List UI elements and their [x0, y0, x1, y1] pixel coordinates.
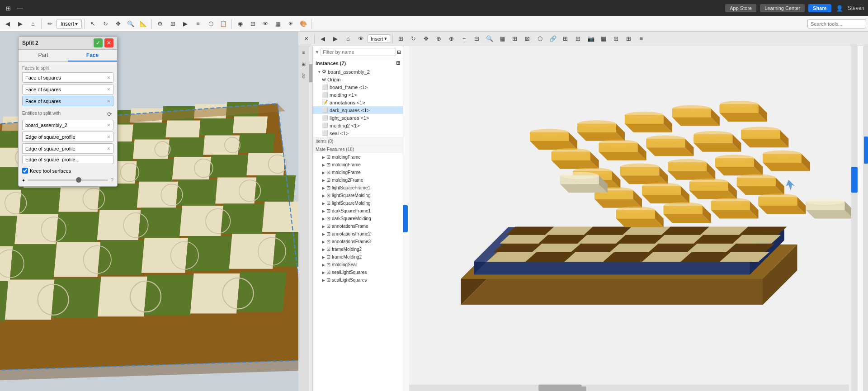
rt-tool2[interactable]: ↻: [408, 33, 420, 45]
minus-icon[interactable]: —: [15, 4, 24, 13]
mate-item-2[interactable]: ▶ ⊡ moldingFrame: [313, 161, 403, 169]
refresh-button[interactable]: ⟳: [105, 110, 113, 118]
display-button[interactable]: ▦: [272, 18, 284, 30]
rt-tool1[interactable]: ⊞: [395, 33, 407, 45]
view-button[interactable]: 👁: [259, 18, 271, 30]
bottom-scroll-handle[interactable]: [541, 386, 586, 391]
rt-tool19[interactable]: ⊞: [623, 33, 635, 45]
mate-item-14[interactable]: ▶ ⊡ frameMolding2: [313, 253, 403, 261]
edge-item-3-remove[interactable]: ×: [107, 145, 110, 152]
share-button[interactable]: Share: [808, 4, 831, 12]
rotate-button[interactable]: ↻: [99, 18, 111, 30]
mate-item-7[interactable]: ▶ ⊡ lightSquareMolding: [313, 199, 403, 207]
mate-item-15[interactable]: ▶ ⊡ moldingSeal: [313, 261, 403, 269]
tree-seal[interactable]: ⬜ seal <1>: [313, 129, 403, 137]
rt-tool7[interactable]: ⊟: [471, 33, 483, 45]
mate-item-4[interactable]: ▶ ⊡ molding2Frame: [313, 176, 403, 184]
edge-item-2[interactable]: Edge of square_profile ×: [22, 132, 113, 142]
rt-tool12[interactable]: ⬡: [534, 33, 546, 45]
mate-item-1[interactable]: ▶ ⊡ moldingFrame: [313, 153, 403, 161]
face-item-2-remove[interactable]: ×: [107, 86, 110, 93]
bom-button[interactable]: 📋: [217, 18, 229, 30]
rt-tool3[interactable]: ✥: [420, 33, 432, 45]
mate-item-9[interactable]: ▶ ⊡ darkSquareMolding: [313, 215, 403, 222]
tree-filter-input[interactable]: [321, 48, 396, 56]
edge-item-1[interactable]: board_assembly_2 ×: [22, 120, 113, 130]
rt-forward-button[interactable]: ▶: [330, 33, 341, 45]
face-item-3[interactable]: Face of squares ×: [22, 96, 113, 106]
mate-item-16[interactable]: ▶ ⊡ sealLightSquares: [313, 269, 403, 276]
tree-origin[interactable]: ⊕ Origin: [313, 75, 403, 83]
rt-tool17[interactable]: ▦: [598, 33, 609, 45]
cancel-button[interactable]: ✕: [104, 38, 113, 47]
sim-button[interactable]: ≡: [192, 18, 204, 30]
edge-item-3[interactable]: Edge of square_profile ×: [22, 143, 113, 154]
learning-center-button[interactable]: Learning Center: [760, 4, 805, 12]
mate-item-17[interactable]: ▶ ⊡ sealLightSquares: [313, 276, 403, 284]
motion-button[interactable]: ▶: [179, 18, 191, 30]
section-button[interactable]: ⊟: [247, 18, 259, 30]
left-scroll-handle[interactable]: [403, 205, 408, 232]
select-button[interactable]: ↖: [87, 18, 99, 30]
mate-item-8[interactable]: ▶ ⊡ darkSquareFrame1: [313, 207, 403, 215]
mate-item-11[interactable]: ▶ ⊡ annotationsFrame2: [313, 230, 403, 238]
rt-tool15[interactable]: ⊞: [572, 33, 584, 45]
rt-insert-menu[interactable]: Insert ▾: [368, 34, 390, 43]
rt-close-button[interactable]: ✕: [300, 33, 312, 45]
mate-item-10[interactable]: ▶ ⊡ annotationsFrame: [313, 222, 403, 230]
rt-tool18[interactable]: ⊞: [610, 33, 622, 45]
edge-item-1-remove[interactable]: ×: [107, 122, 110, 128]
assembly-button[interactable]: ⚙: [154, 18, 166, 30]
rt-view-button[interactable]: 👁: [355, 33, 367, 45]
light-button[interactable]: ☀: [285, 18, 297, 30]
forward-button[interactable]: ▶: [14, 18, 26, 30]
rt-tool13[interactable]: 🔗: [547, 33, 559, 45]
rt-tool9[interactable]: ▦: [496, 33, 508, 45]
tree-molding[interactable]: ⬜ molding <1>: [313, 91, 403, 99]
tree-light-squares[interactable]: ⬜ light_squares <1>: [313, 114, 403, 122]
rt-back-button[interactable]: ◀: [317, 33, 329, 45]
vert-icon-expand[interactable]: ⊞: [299, 60, 308, 69]
keep-surfaces-checkbox[interactable]: [22, 168, 28, 174]
rt-tool4[interactable]: ⊕: [433, 33, 445, 45]
tree-board-assembly[interactable]: ▾ ⚙ board_assembly_2: [313, 68, 403, 75]
mates-button[interactable]: ⊞: [167, 18, 179, 30]
rt-tool6[interactable]: +: [458, 33, 470, 45]
pan-button[interactable]: ✥: [112, 18, 124, 30]
expand-icon[interactable]: ⊞: [397, 49, 401, 55]
search-input[interactable]: [807, 19, 866, 28]
measure-button[interactable]: 📐: [137, 18, 149, 30]
rt-home-button[interactable]: ⌂: [342, 33, 354, 45]
mate-item-3[interactable]: ▶ ⊡ moldingFrame: [313, 169, 403, 176]
slider-thumb[interactable]: [76, 177, 81, 183]
grid-icon[interactable]: ⊞: [4, 4, 13, 13]
tree-molding2[interactable]: ⬜ molding2 <1>: [313, 122, 403, 129]
mate-item-13[interactable]: ▶ ⊡ frameMolding2: [313, 245, 403, 253]
appearance-button[interactable]: 🎨: [297, 18, 309, 30]
explode-button[interactable]: ⬡: [205, 18, 217, 30]
rt-tool14[interactable]: ⊞: [560, 33, 571, 45]
rt-tool10[interactable]: ⊞: [509, 33, 521, 45]
rt-tool11[interactable]: ⊠: [522, 33, 533, 45]
face-item-1[interactable]: Face of squares ×: [22, 72, 113, 83]
home-button[interactable]: ⌂: [27, 18, 39, 30]
tree-annotations[interactable]: 📝 annotations <1>: [313, 99, 403, 106]
vert-icon-filter[interactable]: ≡: [299, 48, 308, 57]
app-store-button[interactable]: App Store: [725, 4, 756, 12]
zoom-button[interactable]: 🔍: [125, 18, 137, 30]
instances-expand[interactable]: ⊞: [396, 60, 400, 66]
mate-item-12[interactable]: ▶ ⊡ annotationsFrame3: [313, 238, 403, 245]
rt-tool8[interactable]: 🔍: [484, 33, 495, 45]
tree-dark-squares[interactable]: ⬜ dark_squares <1>: [313, 106, 403, 114]
rt-tool16[interactable]: 📷: [585, 33, 597, 45]
face-item-3-remove[interactable]: ×: [107, 98, 110, 104]
tab-part[interactable]: Part: [19, 50, 68, 61]
right-scroll-thumb[interactable]: [864, 137, 868, 164]
rt-tool20[interactable]: ≡: [636, 33, 647, 45]
tab-face[interactable]: Face: [68, 50, 117, 61]
edge-item-2-remove[interactable]: ×: [107, 133, 110, 140]
vert-icon-3d[interactable]: 3D: [299, 71, 308, 80]
face-item-1-remove[interactable]: ×: [107, 74, 110, 81]
tree-board-frame[interactable]: ⬜ board_frame <1>: [313, 83, 403, 91]
back-button[interactable]: ◀: [2, 18, 14, 30]
